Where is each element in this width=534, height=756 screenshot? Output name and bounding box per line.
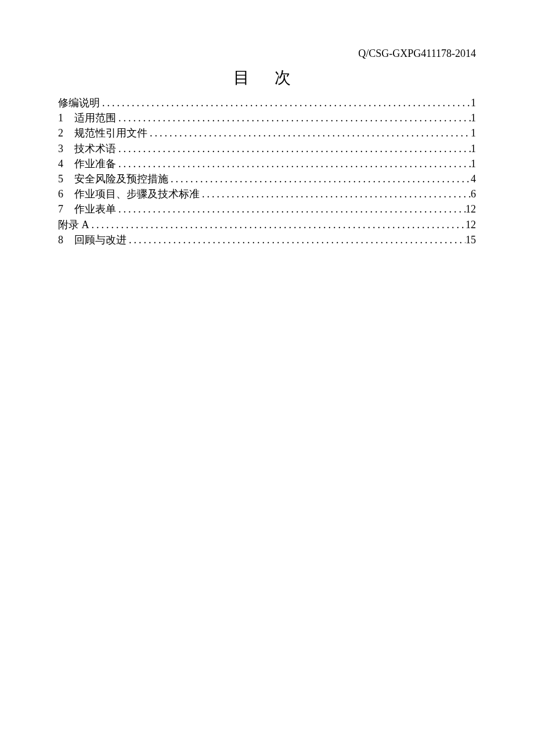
toc-dots	[89, 218, 466, 232]
toc-entry: 6 作业项目、步骤及技术标准 6	[58, 187, 476, 201]
toc-dots	[147, 126, 471, 141]
toc-page: 1	[471, 157, 476, 171]
toc-title: 目 次	[58, 67, 476, 89]
toc-dots	[116, 202, 466, 217]
toc-page: 4	[471, 172, 476, 186]
toc-label: 安全风险及预控措施	[74, 172, 168, 186]
toc-num: 3	[58, 142, 74, 156]
toc-page: 1	[471, 111, 476, 125]
toc-entry: 2 规范性引用文件 1	[58, 126, 476, 141]
toc-num: 6	[58, 187, 74, 201]
toc-label: 技术术语	[74, 142, 116, 156]
toc-label: 适用范围	[74, 111, 116, 125]
toc-page: 1	[471, 96, 476, 110]
toc-label: 规范性引用文件	[74, 126, 147, 141]
toc-entry: 3 技术术语 1	[58, 142, 476, 156]
toc-page: 6	[471, 187, 476, 201]
toc-entry: 5 安全风险及预控措施 4	[58, 172, 476, 186]
toc-num: 2	[58, 126, 74, 141]
toc-label: 修编说明	[58, 96, 100, 110]
toc-dots	[116, 157, 471, 171]
toc-dots	[127, 233, 466, 247]
toc-dots	[116, 111, 471, 125]
toc-page: 1	[471, 142, 476, 156]
toc-num: 1	[58, 111, 74, 125]
table-of-contents: 修编说明 1 1 适用范围 1 2 规范性引用文件 1 3 技术术语 1 4 作…	[58, 96, 476, 247]
toc-label: 作业表单	[74, 202, 116, 217]
document-code: Q/CSG-GXPG411178-2014	[358, 48, 476, 60]
toc-page: 12	[466, 218, 476, 232]
toc-entry: 附录 A 12	[58, 218, 476, 232]
toc-dots	[200, 187, 471, 201]
toc-dots	[100, 96, 471, 110]
toc-page: 1	[471, 126, 476, 141]
toc-entry: 1 适用范围 1	[58, 111, 476, 125]
toc-label: 作业准备	[74, 157, 116, 171]
toc-num: 4	[58, 157, 74, 171]
toc-entry: 7 作业表单 12	[58, 202, 476, 217]
toc-num: 5	[58, 172, 74, 186]
toc-page: 12	[466, 202, 476, 217]
toc-entry: 修编说明 1	[58, 96, 476, 110]
toc-page: 15	[466, 233, 476, 247]
toc-label: 附录 A	[58, 218, 89, 232]
toc-entry: 8 回顾与改进 15	[58, 233, 476, 247]
toc-label: 回顾与改进	[74, 233, 127, 247]
toc-num: 7	[58, 202, 74, 217]
toc-dots	[116, 142, 471, 156]
toc-entry: 4 作业准备 1	[58, 157, 476, 171]
toc-num: 8	[58, 233, 74, 247]
toc-label: 作业项目、步骤及技术标准	[74, 187, 200, 201]
toc-dots	[168, 172, 471, 186]
